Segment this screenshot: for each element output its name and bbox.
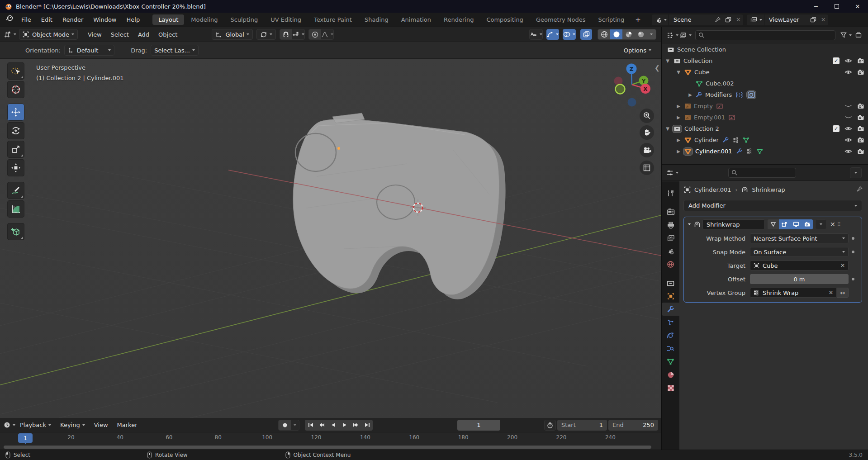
add-cube-tool[interactable] [7,223,24,240]
shading-dropdown[interactable] [647,29,656,40]
transform-orientation-dropdown[interactable]: Global [212,29,252,40]
copy-viewlayer-icon[interactable] [808,17,819,23]
menu-tl-view[interactable]: View [90,422,113,428]
new-collection-button[interactable] [853,30,864,41]
pivot-point-dropdown[interactable] [256,29,276,40]
mode-dropdown[interactable]: Object Mode [19,29,78,40]
jump-to-end-button[interactable] [361,420,373,431]
close-button[interactable]: ✕ [847,0,868,13]
remove-viewlayer-icon[interactable]: ✕ [819,16,828,23]
current-frame-field[interactable]: 1 [457,420,500,431]
collection-checkbox[interactable]: ✓ [833,57,840,64]
disable-render-camera-icon[interactable] [857,148,864,154]
tab-object-data[interactable] [662,355,679,368]
tab-rendering[interactable]: Rendering [438,14,479,25]
tab-layout[interactable]: Layout [152,14,184,25]
disable-render-camera-icon[interactable] [857,126,864,132]
tab-uv-editing[interactable]: UV Editing [265,14,307,25]
outliner-row-empty-001[interactable]: ▶ Empty.001 [662,112,868,123]
tab-texture-paint[interactable]: Texture Paint [308,14,358,25]
wrap-method-dropdown[interactable]: Nearest Surface Point [750,233,849,243]
modifier-enabled-badge-icon[interactable] [747,91,756,99]
menu-file[interactable]: File [16,13,36,27]
animate-property-dot[interactable] [852,278,854,280]
hide-eye-icon[interactable] [844,126,852,132]
target-object-field[interactable]: Cube ✕ [750,261,849,270]
panel-expand-icon[interactable] [688,223,691,225]
clear-vertex-group-icon[interactable]: ✕ [829,289,833,296]
next-keyframe-button[interactable] [350,420,361,431]
menu-view[interactable]: View [83,31,106,38]
outliner-row-collection[interactable]: ▼ Collection ✓ [662,55,868,66]
camera-view-button[interactable] [640,143,654,157]
viewport-3d-canvas[interactable]: Z Y X User Perspective (1) Collection 2 … [0,59,661,418]
measure-tool[interactable] [7,200,24,218]
navigation-gizmo[interactable]: Z Y X [614,64,651,107]
modifier-name-input[interactable]: Shrinkwrap [702,219,765,229]
disclosure-triangle-icon[interactable]: ▼ [675,70,682,75]
tab-material[interactable] [662,368,679,381]
eye-closed-icon[interactable] [844,103,852,109]
gizmo-minus-z[interactable] [628,98,636,107]
editor-type-dropdown[interactable] [4,29,16,40]
disclosure-triangle-icon[interactable]: ▼ [664,126,671,131]
tab-object[interactable] [662,289,679,303]
disable-render-camera-icon[interactable] [857,137,864,143]
tab-texture[interactable] [662,381,679,394]
disclosure-triangle-icon[interactable]: ▶ [675,115,682,120]
tab-world[interactable] [662,258,679,271]
play-reverse-button[interactable] [327,420,339,431]
shading-rendered-button[interactable] [635,29,647,40]
tab-tool[interactable] [662,187,679,200]
menu-edit[interactable]: Edit [36,13,57,27]
outliner-row-cube[interactable]: ▼ Cube [662,66,868,78]
snap-mode-dropdown[interactable] [292,29,304,40]
snap-toggle[interactable] [280,29,292,40]
transform-tool[interactable] [7,159,24,176]
viewlayer-name[interactable]: ViewLayer [764,16,808,23]
tab-shading[interactable]: Shading [359,14,394,25]
timeline-ruler[interactable]: 20406080100120140160180200220240 1 [0,432,661,444]
proportional-editing-toggle[interactable] [309,29,321,40]
tab-particles[interactable] [662,316,679,329]
tab-scene[interactable] [662,245,679,258]
tab-render[interactable] [662,205,679,218]
show-overlays-dropdown[interactable] [563,29,576,40]
object-visibility-dropdown[interactable] [529,29,543,40]
invert-vertex-group-button[interactable]: ↔ [837,288,849,298]
menu-marker[interactable]: Marker [113,422,142,428]
unlink-scene-icon[interactable]: ✕ [734,16,743,23]
scene-browse-button[interactable] [652,14,669,25]
add-workspace-button[interactable]: + [631,15,645,25]
tab-animation[interactable]: Animation [395,14,437,25]
breadcrumb-object[interactable]: Cylinder.001 [694,186,731,193]
drag-orientation-dropdown[interactable]: Default [64,45,115,56]
properties-search-input[interactable] [728,168,796,178]
frame-start-field[interactable]: Start 1 [557,420,607,431]
vertex-group-field[interactable]: Shrink Wrap ✕ [750,288,837,298]
outliner-row-cylinder[interactable]: ▶ Cylinder [662,134,868,146]
menu-render[interactable]: Render [57,13,88,27]
mesh-data-badge-icon[interactable] [743,137,749,143]
proportional-falloff-dropdown[interactable] [321,29,333,40]
menu-select[interactable]: Select [106,31,133,38]
hide-eye-icon[interactable] [844,69,852,75]
tab-modeling[interactable]: Modeling [185,14,223,25]
tab-view-layer[interactable] [662,232,679,245]
disable-render-camera-icon[interactable] [857,114,864,120]
outliner-filter-dropdown[interactable] [840,30,852,41]
disclosure-triangle-icon[interactable]: ▶ [675,104,682,109]
outliner-row-collection-2[interactable]: ▼ Collection 2 ✓ [662,123,868,134]
properties-options-dropdown[interactable] [850,167,862,178]
select-box-tool[interactable] [7,62,24,80]
outliner-row-empty[interactable]: ▶ Empty [662,100,868,112]
breadcrumb-modifier[interactable]: Shrinkwrap [752,186,785,193]
pin-id-icon[interactable] [856,186,863,194]
frame-end-field[interactable]: End 250 [608,420,658,431]
hide-eye-icon[interactable] [844,137,852,143]
collection-checkbox[interactable]: ✓ [833,125,840,132]
menu-playback[interactable]: Playback [15,422,56,428]
tab-collection[interactable] [662,276,679,289]
mesh-data-badge-icon[interactable] [756,148,763,154]
modifier-wrench-badge-icon[interactable] [736,148,743,154]
